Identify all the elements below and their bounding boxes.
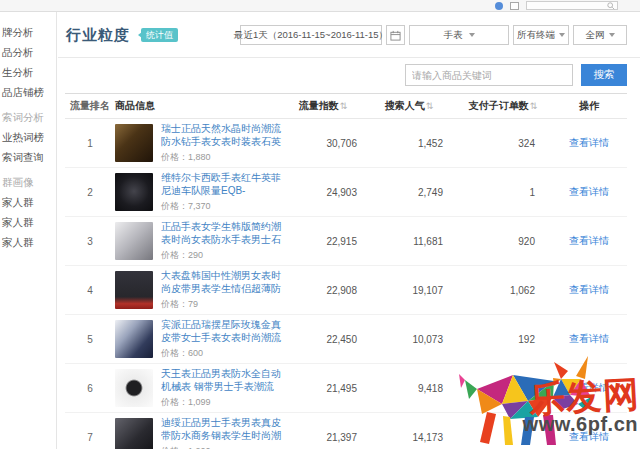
pay-suborders-value: 1	[455, 187, 551, 198]
terminal-dropdown[interactable]: 所有终端	[513, 25, 569, 45]
sidebar-item-product-shop-rank[interactable]: 品店铺榜	[0, 82, 56, 102]
filter-toolbar: 最近1天（2016-11-15~2016-11-15） 手表 所有终端 全网	[240, 25, 627, 45]
rank-cell: 7	[65, 432, 115, 443]
col-header-pay-suborders[interactable]: 支付子订单数⇅	[455, 99, 551, 113]
view-details-link[interactable]: 查看详情	[569, 333, 609, 344]
col-header-traffic-index[interactable]: 流量指数⇅	[283, 99, 363, 113]
table-row: 1 瑞士正品天然水晶时尚潮流防水钻手表女表时装表石英表手链表女士 价格：1,88…	[65, 119, 627, 168]
product-cell: 正品手表女学生韩版简约潮表时尚女表防水手表男士石英情侣表夜光 价格：290	[115, 220, 283, 262]
sort-icon[interactable]: ⇅	[340, 101, 348, 111]
sidebar-item-word-query[interactable]: 索词查询	[0, 147, 56, 167]
product-price: 价格：290	[161, 249, 283, 262]
rank-cell: 5	[65, 334, 115, 345]
sidebar-section-search-word: 索词分析	[0, 107, 56, 127]
table-row: 2 维特尔卡西欧手表红牛英菲尼迪车队限量EQB-500RBB-2A太阳能蓝牙 价…	[65, 168, 627, 217]
sort-icon[interactable]: ⇅	[530, 101, 538, 111]
calendar-icon	[390, 30, 401, 41]
ranking-table: 流量排名 商品信息 流量指数⇅ 搜索人气⇅ 支付子订单数⇅ 操作 1 瑞士正品天…	[65, 93, 627, 449]
product-thumbnail[interactable]	[115, 173, 153, 211]
sidebar-item-seller-analysis[interactable]: 生分析	[0, 62, 56, 82]
keyword-search-row: 搜索	[58, 58, 640, 92]
view-details-link[interactable]: 查看详情	[569, 431, 609, 442]
product-title-link[interactable]: 宾派正品瑞摆星际玫瑰金真皮带女士手表女表时尚潮流女防水石英表	[161, 318, 283, 344]
product-title-link[interactable]: 迪绥正品男士手表男表真皮带防水商务钢表学生时尚潮流运动石英表	[161, 416, 283, 442]
table-row: 3 正品手表女学生韩版简约潮表时尚女表防水手表男士石英情侣表夜光 价格：290 …	[65, 217, 627, 266]
rank-cell: 1	[65, 138, 115, 149]
view-details-link[interactable]: 查看详情	[569, 382, 609, 393]
search-popularity-value: 14,173	[363, 432, 455, 443]
calendar-button[interactable]	[386, 25, 405, 45]
chevron-down-icon	[559, 33, 565, 37]
sidebar: 牌分析 品分析 生分析 品店铺榜 索词分析 业热词榜 索词查询 群画像 家人群 …	[0, 12, 57, 449]
col-header-product: 商品信息	[115, 99, 283, 113]
view-details-link[interactable]: 查看详情	[569, 284, 609, 295]
network-dropdown[interactable]: 全网	[573, 25, 627, 45]
terminal-dropdown-value: 所有终端	[517, 29, 555, 42]
view-details-link[interactable]: 查看详情	[569, 186, 609, 197]
sidebar-item-product-analysis[interactable]: 品分析	[0, 42, 56, 62]
product-price: 价格：79	[161, 298, 283, 311]
product-price: 价格：1,880	[161, 151, 283, 164]
search-popularity-value: 1,452	[363, 138, 455, 149]
view-details-link[interactable]: 查看详情	[569, 235, 609, 246]
product-thumbnail[interactable]	[115, 418, 153, 449]
sidebar-item-crowd-1[interactable]: 家人群	[0, 192, 56, 212]
product-title-link[interactable]: 大表盘韩国中性潮男女表时尚皮带男表学生情侣超薄防水石英手表	[161, 269, 283, 295]
search-popularity-value: 9,418	[363, 383, 455, 394]
product-thumbnail[interactable]	[115, 124, 153, 162]
col-header-search-popularity[interactable]: 搜索人气⇅	[363, 99, 455, 113]
search-popularity-value: 2,749	[363, 187, 455, 198]
traffic-index-value: 24,903	[283, 187, 363, 198]
product-cell: 宾派正品瑞摆星际玫瑰金真皮带女士手表女表时尚潮流女防水石英表 价格：600	[115, 318, 283, 360]
stat-value-badge: 统计值	[141, 28, 178, 42]
table-row: 7 迪绥正品男士手表男表真皮带防水商务钢表学生时尚潮流运动石英表 价格：1,20…	[65, 413, 627, 449]
sidebar-item-crowd-2[interactable]: 家人群	[0, 212, 56, 232]
pay-suborders-value: 192	[455, 334, 551, 345]
search-button[interactable]: 搜索	[581, 64, 627, 86]
sidebar-item-hot-words[interactable]: 业热词榜	[0, 127, 56, 147]
table-row: 6 天王表正品男表防水全自动机械表 钢带男士手表潮流休闲商务5845 价格：1,…	[65, 364, 627, 413]
keyword-search-input[interactable]	[405, 64, 573, 86]
browser-top-strip	[0, 0, 640, 12]
pay-suborders-value: 920	[455, 236, 551, 247]
search-icon	[607, 2, 615, 10]
search-popularity-value: 11,681	[363, 236, 455, 247]
sidebar-item-crowd-3[interactable]: 家人群	[0, 232, 56, 252]
product-thumbnail[interactable]	[115, 222, 153, 260]
main-content: 行业粒度 统计值 最近1天（2016-11-15~2016-11-15） 手表 …	[58, 12, 640, 449]
product-price: 价格：1,099	[161, 396, 283, 409]
category-dropdown[interactable]: 手表	[409, 25, 509, 45]
chevron-down-icon	[469, 33, 475, 37]
page-title: 行业粒度	[66, 26, 130, 45]
window-icon[interactable]	[510, 2, 519, 10]
chevron-down-icon	[609, 33, 615, 37]
rank-cell: 6	[65, 383, 115, 394]
browser-search-box[interactable]	[526, 1, 618, 10]
product-title-link[interactable]: 维特尔卡西欧手表红牛英菲尼迪车队限量EQB-500RBB-2A太阳能蓝牙	[161, 171, 283, 197]
product-cell: 迪绥正品男士手表男表真皮带防水商务钢表学生时尚潮流运动石英表 价格：1,200	[115, 416, 283, 449]
product-thumbnail[interactable]	[115, 320, 153, 358]
traffic-index-value: 22,915	[283, 236, 363, 247]
traffic-index-value: 21,397	[283, 432, 363, 443]
rank-cell: 3	[65, 236, 115, 247]
sort-icon[interactable]: ⇅	[426, 101, 434, 111]
product-thumbnail[interactable]	[115, 271, 153, 309]
product-price: 价格：1,200	[161, 445, 283, 449]
product-title-link[interactable]: 瑞士正品天然水晶时尚潮流防水钻手表女表时装表石英表手链表女士	[161, 122, 283, 148]
traffic-index-value: 22,450	[283, 334, 363, 345]
product-title-link[interactable]: 天王表正品男表防水全自动机械表 钢带男士手表潮流休闲商务5845	[161, 367, 283, 393]
sidebar-item-brand-analysis[interactable]: 牌分析	[0, 22, 56, 42]
date-range-selector[interactable]: 最近1天（2016-11-15~2016-11-15）	[240, 25, 382, 45]
col-header-action: 操作	[551, 99, 627, 113]
browser-avatar-icon[interactable]	[495, 2, 503, 10]
search-popularity-value: 10,073	[363, 334, 455, 345]
topbar-icons	[495, 1, 618, 10]
product-thumbnail[interactable]	[115, 369, 153, 407]
view-details-link[interactable]: 查看详情	[569, 137, 609, 148]
rank-cell: 2	[65, 187, 115, 198]
product-cell: 维特尔卡西欧手表红牛英菲尼迪车队限量EQB-500RBB-2A太阳能蓝牙 价格：…	[115, 171, 283, 213]
traffic-index-value: 30,706	[283, 138, 363, 149]
product-title-link[interactable]: 正品手表女学生韩版简约潮表时尚女表防水手表男士石英情侣表夜光	[161, 220, 283, 246]
page-header: 行业粒度 统计值 最近1天（2016-11-15~2016-11-15） 手表 …	[58, 12, 640, 50]
traffic-index-value: 22,908	[283, 285, 363, 296]
